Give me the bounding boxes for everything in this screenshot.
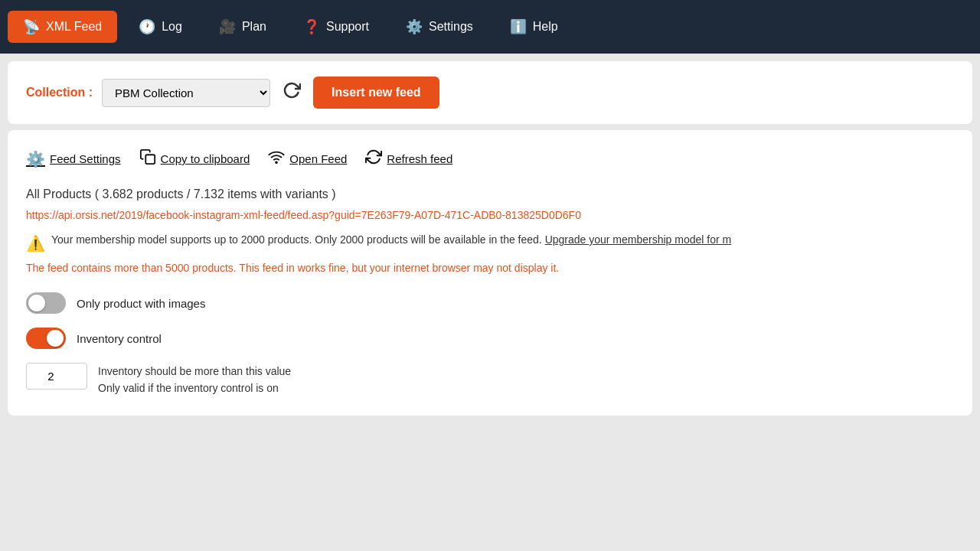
inventory-toggle[interactable] — [26, 328, 66, 349]
open-feed-label: Open Feed — [289, 152, 347, 165]
inventory-toggle-knob — [47, 330, 64, 347]
collection-section: Collection : PBM Collection All Products… — [8, 61, 972, 124]
feed-settings-label: Feed Settings — [50, 152, 121, 165]
video-icon: 🎥 — [219, 18, 236, 35]
nav-label-help: Help — [533, 20, 558, 34]
warning-row: ⚠️ Your membership model supports up to … — [26, 233, 954, 253]
refresh-icon — [283, 81, 301, 99]
gear-icon: ⚙️ — [406, 18, 423, 35]
inventory-toggle-label: Inventory control — [77, 332, 162, 345]
history-icon: 🕐 — [139, 18, 155, 35]
refresh-feed-icon — [365, 148, 382, 169]
clipboard-icon — [139, 148, 156, 169]
question-icon: ❓ — [303, 18, 320, 35]
nav-item-xml-feed[interactable]: 📡 XML Feed — [8, 11, 117, 43]
svg-rect-0 — [145, 155, 155, 164]
warning-text: Your membership model supports up to 200… — [51, 233, 731, 246]
refresh-feed-label: Refresh feed — [387, 152, 452, 165]
info-icon: ℹ️ — [510, 18, 527, 35]
images-toggle-label: Only product with images — [77, 297, 205, 310]
nav-label-xml-feed: XML Feed — [46, 20, 102, 34]
rss-icon: 📡 — [23, 18, 40, 35]
feed-panel: ⚙️ Feed Settings Copy to clipboard — [8, 130, 972, 416]
refresh-collection-button[interactable] — [279, 78, 304, 107]
nav-item-help[interactable]: ℹ️ Help — [495, 11, 573, 43]
upgrade-link[interactable]: Upgrade your membership model for m — [545, 233, 732, 246]
open-feed-button[interactable]: Open Feed — [268, 148, 347, 169]
nav-label-support: Support — [326, 20, 369, 34]
inventory-toggle-row: Inventory control — [26, 328, 954, 349]
inventory-description: Inventory should be more than this value… — [98, 363, 291, 397]
nav-item-plan[interactable]: 🎥 Plan — [204, 11, 282, 43]
images-toggle-row: Only product with images — [26, 292, 954, 314]
feed-url-link[interactable]: https://api.orsis.net/2019/facebook-inst… — [26, 209, 954, 221]
images-toggle-slider — [26, 292, 66, 314]
insert-new-feed-button[interactable]: Insert new feed — [313, 77, 439, 109]
products-title: All Products ( 3.682 products / 7.132 it… — [26, 187, 954, 201]
collection-label: Collection : — [26, 86, 93, 99]
info-text: The feed contains more than 5000 product… — [26, 262, 954, 274]
nav-item-support[interactable]: ❓ Support — [288, 11, 384, 43]
feed-toolbar: ⚙️ Feed Settings Copy to clipboard — [26, 148, 954, 169]
inventory-row: Inventory should be more than this value… — [26, 363, 954, 397]
nav-item-settings[interactable]: ⚙️ Settings — [390, 11, 488, 43]
copy-clipboard-label: Copy to clipboard — [161, 152, 250, 165]
refresh-feed-button[interactable]: Refresh feed — [365, 148, 452, 169]
nav-label-plan: Plan — [242, 20, 266, 34]
nav-item-log[interactable]: 🕐 Log — [123, 11, 198, 43]
collection-select[interactable]: PBM Collection All Products Featured — [102, 79, 270, 107]
content-wrapper: Collection : PBM Collection All Products… — [0, 54, 980, 423]
feed-settings-button[interactable]: ⚙️ Feed Settings — [26, 150, 121, 168]
feed-open-icon — [268, 148, 285, 169]
nav-label-log: Log — [162, 20, 182, 34]
copy-clipboard-button[interactable]: Copy to clipboard — [139, 148, 250, 169]
svg-point-1 — [276, 161, 277, 163]
products-count: ( 3.682 products / 7.132 items with vari… — [95, 187, 336, 201]
products-name: All Products — [26, 187, 91, 201]
nav-label-settings: Settings — [429, 20, 473, 34]
inventory-value-input[interactable] — [26, 363, 87, 390]
images-toggle-knob — [28, 295, 45, 311]
settings-icon: ⚙️ — [26, 150, 45, 168]
inventory-toggle-slider — [26, 328, 66, 349]
navbar: 📡 XML Feed 🕐 Log 🎥 Plan ❓ Support ⚙️ Set… — [0, 0, 980, 54]
warning-icon: ⚠️ — [26, 234, 45, 253]
images-toggle[interactable] — [26, 292, 66, 314]
